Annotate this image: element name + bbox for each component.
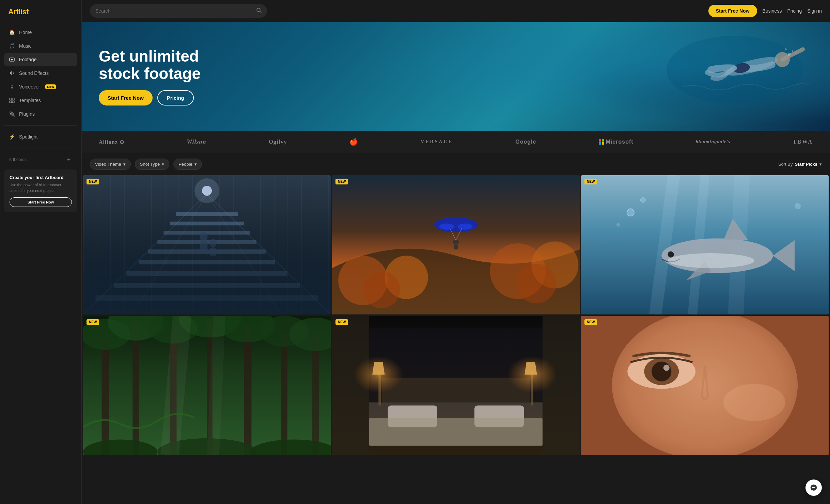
- svg-point-36: [200, 232, 208, 242]
- svg-point-15: [795, 52, 797, 53]
- home-icon: 🏠: [9, 29, 15, 35]
- chat-button[interactable]: [805, 479, 822, 496]
- logo: Artlist: [0, 0, 81, 26]
- video-card-forest[interactable]: NEW: [83, 316, 331, 455]
- svg-rect-69: [281, 331, 287, 455]
- search-icon: [256, 7, 262, 14]
- hero-content: Get unlimited stock footage Start Free N…: [99, 48, 228, 105]
- svg-point-35: [194, 178, 219, 203]
- chevron-down-icon: ▾: [162, 162, 164, 167]
- svg-line-7: [260, 11, 261, 13]
- sidebar-item-footage[interactable]: Footage: [4, 53, 77, 66]
- search-input[interactable]: [95, 8, 253, 14]
- video-new-badge: NEW: [335, 319, 348, 325]
- svg-rect-5: [12, 101, 14, 103]
- svg-point-48: [439, 224, 454, 230]
- sidebar-item-label: Home: [19, 30, 32, 35]
- sidebar-item-label: Sound Effects: [19, 70, 49, 76]
- video-thumbnail-escalator: [83, 175, 331, 314]
- sidebar-item-music[interactable]: 🎵 Music: [4, 39, 77, 52]
- video-card-shark[interactable]: NEW: [581, 175, 829, 314]
- artboard-card-desc: Use the power of AI to discover assets f…: [10, 182, 72, 193]
- svg-rect-18: [599, 142, 601, 145]
- svg-rect-3: [12, 98, 14, 100]
- svg-rect-70: [312, 334, 319, 455]
- video-card-paraglider[interactable]: NEW: [332, 175, 580, 314]
- filters-bar: Video Theme ▾ Shot Type ▾ People ▾ Sort …: [82, 153, 830, 175]
- filter-shot-type[interactable]: Shot Type ▾: [135, 159, 169, 170]
- plugins-icon: 🔌: [9, 111, 15, 117]
- svg-rect-4: [10, 101, 12, 103]
- svg-rect-16: [599, 139, 601, 142]
- brand-allianz: Allianz ⊙: [99, 139, 124, 145]
- topbar-start-free-button[interactable]: Start Free Now: [708, 5, 757, 17]
- svg-rect-30: [139, 260, 275, 264]
- svg-rect-39: [210, 248, 216, 256]
- templates-icon: [9, 97, 15, 103]
- brand-versace: VERSACE: [421, 139, 453, 145]
- svg-rect-68: [244, 325, 252, 455]
- video-new-badge: NEW: [87, 319, 99, 325]
- content-area: Get unlimited stock footage Start Free N…: [82, 22, 830, 504]
- artboard-card-title: Create your first Artboard: [10, 175, 72, 180]
- main-content: Start Free Now Business Pricing Sign in: [82, 0, 830, 504]
- video-card-escalator[interactable]: NEW: [83, 175, 331, 314]
- artboards-label: Artboards: [9, 157, 27, 162]
- sidebar-nav: 🏠 Home 🎵 Music Footage Sound E: [0, 26, 81, 120]
- sort-value: Staff Picks: [795, 162, 817, 167]
- svg-point-46: [517, 264, 556, 303]
- svg-point-59: [627, 209, 634, 216]
- sort-label: Sort By: [778, 162, 793, 167]
- sort-dropdown[interactable]: Sort By Staff Picks ▾: [778, 162, 822, 167]
- svg-point-13: [792, 50, 794, 52]
- sidebar-item-voiceover[interactable]: 🎙 Voiceover NEW: [4, 80, 77, 93]
- video-thumbnail-bedroom: [332, 316, 580, 455]
- topbar: Start Free Now Business Pricing Sign in: [82, 0, 830, 22]
- sidebar-item-spotlight[interactable]: ⚡ Spotlight: [4, 130, 77, 143]
- video-new-badge: NEW: [584, 179, 597, 184]
- topbar-signin-link[interactable]: Sign in: [807, 8, 822, 14]
- sidebar-divider: [4, 125, 77, 126]
- spotlight-icon: ⚡: [9, 134, 15, 140]
- svg-line-22: [207, 194, 331, 314]
- video-card-bedroom[interactable]: NEW: [332, 316, 580, 455]
- video-thumbnail-shark: [581, 175, 829, 314]
- svg-point-60: [640, 197, 645, 202]
- topbar-business-link[interactable]: Business: [763, 8, 782, 14]
- svg-point-49: [458, 224, 473, 230]
- hero-start-free-button[interactable]: Start Free Now: [99, 90, 153, 105]
- filter-video-theme[interactable]: Video Theme ▾: [90, 159, 131, 170]
- svg-rect-101: [581, 316, 829, 455]
- svg-point-104: [814, 487, 815, 488]
- topbar-pricing-link[interactable]: Pricing: [787, 8, 802, 14]
- hero-pricing-button[interactable]: Pricing: [157, 90, 194, 105]
- sidebar-spotlight-label: Spotlight: [19, 134, 37, 140]
- svg-rect-89: [369, 418, 543, 446]
- svg-rect-28: [157, 240, 256, 244]
- svg-point-34: [202, 186, 212, 196]
- brand-microsoft: Microsoft: [599, 139, 633, 145]
- svg-point-61: [616, 223, 620, 227]
- artboards-add-button[interactable]: +: [65, 156, 73, 163]
- chevron-down-icon: ▾: [123, 162, 126, 167]
- sidebar-item-templates[interactable]: Templates: [4, 94, 77, 107]
- artboard-start-free-button[interactable]: Start Free Now: [10, 197, 72, 207]
- sidebar-item-sound-effects[interactable]: Sound Effects: [4, 67, 77, 80]
- svg-rect-85: [381, 378, 530, 403]
- sidebar-item-label: Templates: [19, 98, 41, 103]
- filter-people[interactable]: People ▾: [173, 159, 202, 170]
- sidebar-item-label: Footage: [19, 57, 36, 62]
- svg-rect-32: [114, 283, 300, 288]
- video-thumbnail-forest: [83, 316, 331, 455]
- sidebar-divider-2: [4, 148, 77, 148]
- search-bar[interactable]: [90, 4, 267, 18]
- sidebar-item-home[interactable]: 🏠 Home: [4, 26, 77, 39]
- svg-point-12: [788, 53, 790, 56]
- brand-google: Google: [515, 139, 536, 145]
- sidebar-item-plugins[interactable]: 🔌 Plugins: [4, 108, 77, 120]
- video-card-face[interactable]: NEW: [581, 316, 829, 455]
- svg-line-23: [132, 194, 207, 314]
- svg-rect-29: [148, 249, 266, 254]
- svg-rect-25: [176, 212, 238, 216]
- hero-background: Get unlimited stock footage Start Free N…: [82, 22, 830, 131]
